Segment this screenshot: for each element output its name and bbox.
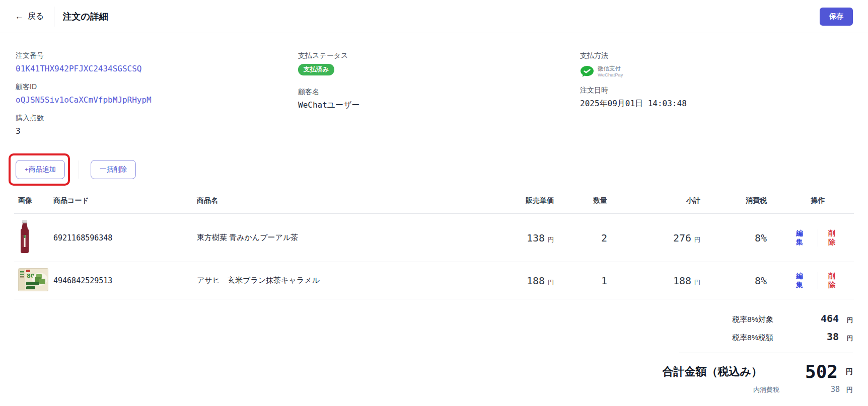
customer-id-label: 顧客ID	[16, 83, 298, 92]
tax-rate-value: 8%	[755, 275, 767, 287]
tax-base-row: 税率8%対象 464 円	[611, 312, 853, 324]
subtotal-cell: 276円	[618, 214, 711, 262]
tax-rate-value: 8%	[755, 232, 767, 244]
order-number-value[interactable]: 01K41THX942PFJXC2434SGSCSQ	[16, 64, 298, 73]
payment-status-field: 支払ステータス 支払済み	[298, 51, 580, 75]
back-arrow-icon: ←	[15, 12, 24, 22]
purchase-count-value: 3	[16, 126, 298, 136]
qty-cell: 2	[563, 214, 618, 262]
included-tax-value: 38	[779, 385, 840, 394]
purchase-count-label: 購入点数	[16, 114, 298, 123]
table-row: 6921168596348 東方樹葉 青みかんプーアル茶 138円 2 276円…	[14, 214, 854, 262]
back-label: 戻る	[28, 11, 44, 22]
customer-id-field: 顧客ID oQJSN5Siv1oCaXCmVfpbMJpRHypM	[16, 83, 298, 105]
product-toolbar: +商品追加 一括削除	[16, 160, 868, 179]
header-image: 画像	[14, 191, 49, 214]
grand-total-row: 合計金額（税込み） 502 円	[611, 361, 853, 382]
back-button[interactable]: ← 戻る	[15, 11, 44, 22]
info-column-middle: 支払ステータス 支払済み 顧客名 WeChatユーザー	[298, 51, 580, 145]
header-ops: 操作	[782, 191, 854, 214]
order-datetime-value: 2025年09月01日 14:03:48	[580, 99, 853, 109]
tax-cell: 8%	[711, 214, 782, 262]
wechat-pay-name: 微信支付	[598, 65, 623, 72]
totals-section: 税率8%対象 464 円 税率8%税額 38 円 合計金額（税込み） 502 円…	[611, 312, 853, 394]
add-product-wrap: +商品追加	[16, 160, 65, 179]
info-column-right: 支払方法 微信支付 WeChatPay 注文日時 2025年09月01日 14:…	[580, 51, 853, 145]
order-datetime-field: 注文日時 2025年09月01日 14:03:48	[580, 86, 853, 109]
header-unit-price: 販売単価	[475, 191, 563, 214]
currency-label: 円	[839, 316, 853, 324]
add-product-button[interactable]: +商品追加	[16, 160, 65, 179]
qty-value: 2	[601, 232, 607, 244]
bulk-delete-button[interactable]: 一括削除	[91, 160, 136, 179]
wechat-bubble-icon	[580, 65, 594, 77]
toolbar-divider	[79, 160, 79, 179]
wechat-pay-sub: WeChatPay	[598, 72, 623, 77]
payment-status-badge: 支払済み	[298, 64, 334, 75]
customer-name-label: 顧客名	[298, 88, 580, 97]
edit-link[interactable]: 編集	[786, 229, 818, 247]
header-tax: 消費税	[711, 191, 782, 214]
customer-name-value: WeChatユーザー	[298, 100, 580, 111]
currency-label: 円	[839, 334, 853, 343]
currency-label: 円	[840, 385, 853, 394]
page-title: 注文の詳細	[62, 11, 108, 23]
product-code: 6921168596348	[49, 214, 193, 262]
totals-divider	[679, 353, 853, 353]
tax-amount-value: 38	[773, 331, 839, 343]
product-image-box: 80	[18, 268, 48, 291]
grand-total-label: 合計金額（税込み）	[662, 364, 762, 379]
currency-label: 円	[548, 236, 554, 243]
header-qty: 数量	[563, 191, 618, 214]
currency-label: 円	[548, 279, 554, 286]
wechat-pay-text: 微信支付 WeChatPay	[598, 65, 623, 77]
order-number-label: 注文番号	[16, 51, 298, 60]
tax-amount-row: 税率8%税額 38 円	[611, 331, 853, 343]
unit-price-cell: 138円	[475, 214, 563, 262]
product-image-bottle	[18, 220, 31, 254]
unit-price-value: 188	[527, 275, 545, 287]
payment-method-label: 支払方法	[580, 51, 853, 60]
header-name: 商品名	[193, 191, 475, 214]
currency-label: 円	[694, 236, 700, 243]
header-code: 商品コード	[49, 191, 193, 214]
currency-label: 円	[694, 279, 700, 286]
tax-base-label: 税率8%対象	[732, 315, 773, 324]
header-subtotal: 小計	[618, 191, 711, 214]
product-image-cell: 80	[14, 262, 49, 299]
unit-price-cell: 188円	[475, 262, 563, 299]
delete-link[interactable]: 削除	[818, 272, 850, 290]
order-datetime-label: 注文日時	[580, 86, 853, 95]
tax-base-value: 464	[773, 312, 839, 324]
included-tax-row: 内消費税 38 円	[611, 385, 853, 394]
product-table: 画像 商品コード 商品名 販売単価 数量 小計 消費税 操作	[14, 191, 854, 299]
product-image-cell	[14, 214, 49, 262]
tax-cell: 8%	[711, 262, 782, 299]
unit-price-value: 138	[527, 232, 545, 244]
edit-link[interactable]: 編集	[786, 272, 818, 290]
payment-method-field: 支払方法 微信支付 WeChatPay	[580, 51, 853, 79]
qty-cell: 1	[563, 262, 618, 299]
table-row: 80 4946842529513 アサヒ 玄米ブラン抹茶キャラメル 188円 1…	[14, 262, 854, 299]
ops-cell: 編集 削除	[782, 262, 854, 299]
info-column-left: 注文番号 01K41THX942PFJXC2434SGSCSQ 顧客ID oQJ…	[16, 51, 298, 145]
product-name: アサヒ 玄米ブラン抹茶キャラメル	[193, 262, 475, 299]
product-code: 4946842529513	[49, 262, 193, 299]
product-name: 東方樹葉 青みかんプーアル茶	[193, 214, 475, 262]
customer-id-value[interactable]: oQJSN5Siv1oCaXCmVfpbMJpRHypM	[16, 95, 298, 105]
save-button[interactable]: 保存	[820, 8, 853, 26]
qty-value: 1	[601, 275, 607, 287]
table-header-row: 画像 商品コード 商品名 販売単価 数量 小計 消費税 操作	[14, 191, 854, 214]
subtotal-value: 276	[673, 232, 691, 244]
order-info-section: 注文番号 01K41THX942PFJXC2434SGSCSQ 顧客ID oQJ…	[0, 33, 868, 145]
ops-cell: 編集 削除	[782, 214, 854, 262]
subtotal-cell: 188円	[618, 262, 711, 299]
currency-label: 円	[838, 367, 853, 376]
included-tax-label: 内消費税	[753, 385, 779, 394]
customer-name-field: 顧客名 WeChatユーザー	[298, 88, 580, 111]
subtotal-value: 188	[673, 275, 691, 287]
topbar-divider	[54, 7, 54, 27]
delete-link[interactable]: 削除	[818, 229, 850, 247]
top-bar: ← 戻る 注文の詳細 保存	[0, 0, 868, 33]
purchase-count-field: 購入点数 3	[16, 114, 298, 136]
